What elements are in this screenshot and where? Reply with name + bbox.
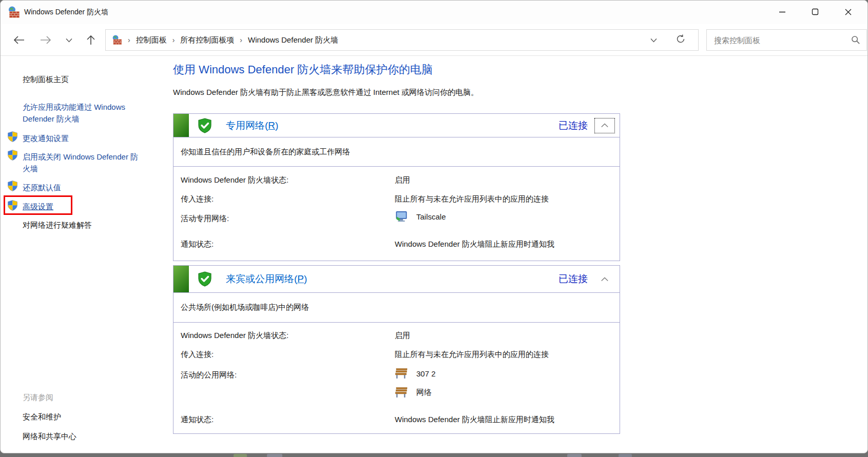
close-icon	[844, 8, 852, 16]
arrow-right-icon	[40, 35, 52, 45]
refresh-button[interactable]	[662, 31, 698, 49]
public-network-bench-icon	[395, 368, 408, 379]
sidebar-item-advanced-settings[interactable]: 高级设置	[23, 201, 151, 212]
window-title: Windows Defender 防火墙	[24, 8, 108, 17]
title-bar: Windows Defender 防火墙	[1, 1, 867, 24]
green-accent-bar	[173, 114, 189, 137]
public-network-title-link[interactable]: 来宾或公用网络(P)	[226, 272, 307, 286]
firewall-state-value: 启用	[395, 331, 410, 341]
breadcrumb-defender-firewall[interactable]: Windows Defender 防火墙	[248, 35, 338, 45]
active-networks-label: 活动专用网络:	[181, 214, 395, 224]
recent-pages-button[interactable]	[62, 24, 75, 56]
maximize-button[interactable]	[799, 1, 832, 23]
sidebar-item-network-sharing-center[interactable]: 网络和共享中心	[23, 430, 151, 442]
public-network-description: 公共场所(例如机场或咖啡店)中的网络	[173, 292, 620, 322]
maximize-icon	[812, 8, 819, 15]
active-network-entry: 307 2	[395, 368, 436, 379]
uac-shield-icon	[7, 131, 18, 142]
taskbar-icon-edge	[267, 454, 282, 457]
network-name: 网络	[416, 388, 432, 398]
sidebar-item-home[interactable]: 控制面板主页	[23, 73, 151, 85]
breadcrumb-control-panel[interactable]: 控制面板	[136, 35, 167, 45]
back-button[interactable]	[10, 24, 28, 56]
notification-state-value: Windows Defender 防火墙阻止新应用时通知我	[395, 240, 554, 249]
green-accent-bar	[173, 266, 189, 292]
private-network-collapse-button[interactable]	[595, 118, 614, 133]
sidebar-item-turn-on-off[interactable]: 启用或关闭 Windows Defender 防火墙	[23, 151, 146, 174]
refresh-icon	[676, 34, 686, 44]
arrow-up-icon	[86, 34, 95, 46]
notification-state-label: 通知状态:	[181, 240, 395, 249]
network-name: Tailscale	[416, 212, 446, 221]
minimize-button[interactable]	[766, 1, 799, 23]
incoming-connections-value: 阻止所有与未在允许应用列表中的应用的连接	[395, 350, 549, 360]
search-input[interactable]	[707, 30, 851, 50]
public-network-panel: 来宾或公用网络(P) 已连接 公共场所(例如机场或咖啡店)中的网络 Window…	[173, 265, 620, 434]
taskbar-icon-edge	[234, 454, 247, 457]
sidebar-see-also-heading: 另请参阅	[23, 391, 151, 403]
active-network-entry: Tailscale	[395, 211, 446, 222]
page-description: Windows Defender 防火墙有助于防止黑客或恶意软件通过 Inter…	[173, 88, 478, 97]
uac-shield-icon	[7, 150, 18, 161]
uac-shield-icon	[7, 181, 18, 191]
chevron-down-icon	[650, 38, 657, 43]
sidebar-item-change-notifications[interactable]: 更改通知设置	[23, 132, 151, 144]
arrow-left-icon	[13, 35, 25, 45]
green-shield-check-icon	[197, 118, 213, 133]
notification-state-value: Windows Defender 防火墙阻止新应用时通知我	[395, 415, 554, 425]
page-title: 使用 Windows Defender 防火墙来帮助保护你的电脑	[173, 62, 433, 77]
private-network-title-link[interactable]: 专用网络(R)	[226, 119, 278, 132]
public-network-collapse-button[interactable]	[595, 272, 614, 286]
active-networks-label: 活动的公用网络:	[181, 370, 395, 380]
taskbar-edge	[0, 453, 868, 457]
breadcrumb-separator: ›	[240, 36, 242, 44]
address-dropdown-button[interactable]	[645, 31, 662, 49]
breadcrumb-all-items[interactable]: 所有控制面板项	[180, 35, 234, 45]
search-box	[706, 29, 867, 51]
firewall-breadcrumb-icon	[112, 35, 122, 45]
address-bar[interactable]: › 控制面板 › 所有控制面板项 › Windows Defender 防火墙	[105, 29, 699, 51]
firewall-state-label: Windows Defender 防火墙状态:	[181, 175, 395, 185]
breadcrumb-separator: ›	[172, 36, 175, 44]
taskbar-icon-edge	[619, 454, 632, 457]
incoming-connections-value: 阻止所有与未在允许应用列表中的应用的连接	[395, 194, 549, 204]
notification-state-label: 通知状态:	[181, 415, 395, 425]
breadcrumb-separator: ›	[128, 36, 130, 44]
public-network-bench-icon	[395, 387, 408, 398]
green-shield-check-icon	[197, 271, 213, 287]
sidebar-item-allow-apps[interactable]: 允许应用或功能通过 Windows Defender 防火墙	[23, 101, 146, 125]
search-icon[interactable]	[851, 35, 860, 45]
sidebar-item-restore-defaults[interactable]: 还原默认值	[23, 182, 151, 193]
private-network-panel: 专用网络(R) 已连接 你知道且信任的用户和设备所在的家庭或工作网络 Windo…	[173, 113, 620, 261]
firewall-state-value: 启用	[395, 175, 410, 185]
up-button[interactable]	[82, 24, 100, 56]
app-window: Windows Defender 防火墙 ›	[0, 0, 868, 453]
close-button[interactable]	[832, 1, 864, 23]
sidebar-item-troubleshoot[interactable]: 对网络进行疑难解答	[23, 219, 151, 231]
minimize-icon	[779, 8, 786, 15]
firewall-app-icon	[8, 6, 20, 18]
public-network-header: 来宾或公用网络(P) 已连接	[173, 266, 620, 292]
forward-button[interactable]	[36, 24, 55, 56]
uac-shield-icon	[7, 200, 18, 211]
private-network-header: 专用网络(R) 已连接	[173, 114, 620, 137]
public-network-status: 已连接	[558, 272, 588, 286]
chevron-up-icon	[601, 277, 609, 282]
navigation-bar: › 控制面板 › 所有控制面板项 › Windows Defender 防火墙	[1, 24, 867, 56]
sidebar-item-security-maintenance[interactable]: 安全和维护	[23, 411, 151, 423]
chevron-down-icon	[66, 38, 72, 43]
network-name: 307 2	[416, 369, 436, 378]
active-network-entry: 网络	[395, 387, 432, 398]
incoming-connections-label: 传入连接:	[181, 350, 395, 360]
private-network-description: 你知道且信任的用户和设备所在的家庭或工作网络	[173, 137, 620, 166]
taskbar-icon-edge	[567, 454, 582, 457]
public-network-details: Windows Defender 防火墙状态: 启用 传入连接: 阻止所有与未在…	[173, 322, 620, 433]
chevron-up-icon	[601, 123, 609, 128]
private-network-details: Windows Defender 防火墙状态: 启用 传入连接: 阻止所有与未在…	[173, 166, 620, 261]
firewall-state-label: Windows Defender 防火墙状态:	[181, 331, 395, 341]
incoming-connections-label: 传入连接:	[181, 194, 395, 204]
private-network-status: 已连接	[558, 119, 588, 132]
network-monitor-icon	[395, 211, 408, 222]
